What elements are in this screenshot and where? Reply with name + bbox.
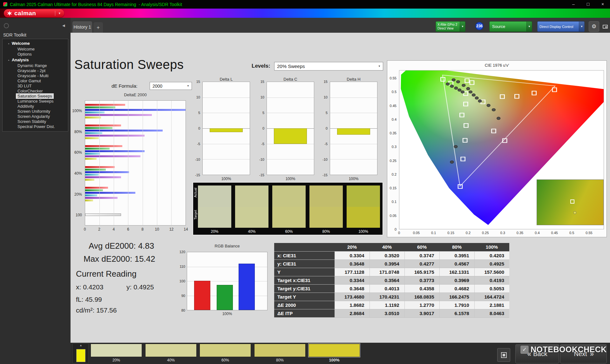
display-control-dropdown[interactable]: Direct Display Control ▼ xyxy=(537,21,585,32)
pattern-window-button[interactable] xyxy=(497,348,510,362)
target-swatch xyxy=(198,207,231,228)
row-value: 0.3773 xyxy=(404,276,439,284)
chevron-down-icon[interactable]: ▼ xyxy=(55,11,61,16)
cie-plot xyxy=(399,70,604,229)
row-label: y: CIE31 xyxy=(274,260,335,268)
sidebar-item-saturation-sweeps[interactable]: Saturation Sweeps xyxy=(3,94,68,99)
deltae-bar-cyan xyxy=(85,194,97,196)
display-control-label: Direct Display Control xyxy=(538,25,573,29)
measured-point xyxy=(469,91,472,93)
delta-l-title: Delta L xyxy=(202,77,250,82)
maximize-button[interactable]: □ xyxy=(581,0,595,9)
sidebar-item-welcome[interactable]: Welcome xyxy=(3,47,68,52)
meter-info: X-Rite i1Pro 2 Direct View xyxy=(436,23,457,30)
delta-h-xlabel: 100% xyxy=(330,177,377,181)
row-value: 2.1881 xyxy=(474,301,509,309)
source-dropdown[interactable]: Source ▼ xyxy=(489,21,532,32)
sidebar-item-label: Screen Angularity xyxy=(16,114,51,119)
sidebar-collapse-icon[interactable]: ◀ xyxy=(62,24,65,28)
row-value: 1.1192 xyxy=(369,301,404,309)
deltae-ylabel: 100 xyxy=(71,205,84,226)
swatch-label: 40% xyxy=(235,228,268,235)
measured-point xyxy=(446,83,450,85)
deltae-bar-yellow xyxy=(85,179,94,181)
row-value: 0.4203 xyxy=(474,251,509,260)
levels-dropdown[interactable]: 20% Sweeps ▼ xyxy=(274,62,383,71)
sidebar-item-dynamic-range[interactable]: Dynamic Range xyxy=(3,63,68,68)
row-value: 0.3954 xyxy=(369,260,404,268)
patch-button-100[interactable]: 100% xyxy=(308,344,360,363)
current-y: y: 0.4925 xyxy=(126,283,154,291)
actual-swatch xyxy=(309,185,343,207)
measured-point xyxy=(450,85,454,88)
sidebar-item-colorchecker[interactable]: ColorChecker xyxy=(3,89,68,94)
window-title: Calman 2025 Calman Ultimate for Business… xyxy=(10,2,182,7)
tree-group-label: Analysis xyxy=(12,57,29,62)
minimize-button[interactable]: – xyxy=(566,0,581,9)
tab-label: History 1 xyxy=(73,24,91,30)
results-table: 20%40%60%80%100%x: CIE310.33040.35200.37… xyxy=(274,243,509,318)
tree-group-welcome[interactable]: ▲Welcome xyxy=(3,40,68,47)
measured-point xyxy=(461,91,464,93)
settings-button[interactable]: ⚙ xyxy=(589,21,599,32)
deltae-ylabel: 80% xyxy=(71,121,84,142)
sidebar-item-grayscale-multi[interactable]: Grayscale - Multi xyxy=(3,73,68,78)
delta_h-bar xyxy=(337,128,370,135)
sidebar-item-screen-uniformity[interactable]: Screen Uniformity xyxy=(3,109,68,114)
sidebar-item-3d-lut[interactable]: 3D LUT xyxy=(3,84,68,89)
sidebar-item-label: Luminance Sweeps xyxy=(16,99,55,104)
sidebar-menu-icon[interactable] xyxy=(4,23,9,28)
patch-button-60[interactable]: 60% xyxy=(200,344,251,363)
table-row-target-y: Target Y173.4680170.4231168.0835166.2475… xyxy=(274,293,509,301)
target-swatch xyxy=(272,207,306,228)
deltae-bar-magenta xyxy=(85,176,121,178)
patch-label: 20% xyxy=(91,357,142,363)
row-value: 0.4682 xyxy=(439,284,474,293)
chevron-down-icon: ▼ xyxy=(460,22,465,31)
measured-point xyxy=(458,89,461,91)
add-tab-button[interactable]: + xyxy=(93,22,103,33)
deltae-ylabel: 40% xyxy=(71,163,84,184)
patch-button-80[interactable]: 80% xyxy=(254,344,306,363)
sidebar-item-spectral-power-dist[interactable]: Spectral Power Dist. xyxy=(3,124,68,129)
sidebar-item-color-gamut[interactable]: Color Gamut xyxy=(3,78,68,84)
patch-button-40[interactable]: 40% xyxy=(145,344,197,363)
window-layout-button[interactable] xyxy=(601,22,609,31)
title-bar: Calman 2025 Calman Ultimate for Business… xyxy=(0,0,610,9)
measured-point xyxy=(478,100,482,103)
tree-group-analysis[interactable]: ▲Analysis xyxy=(3,57,68,63)
table-row-e-2000: ΔE 20001.86821.11921.27701.79102.1881 xyxy=(274,301,509,309)
exposure-badge[interactable]: 236 xyxy=(475,22,484,30)
close-button[interactable]: × xyxy=(595,0,610,9)
sidebar-item-label: Dynamic Range xyxy=(16,63,48,68)
strip-swatch-100: 100% xyxy=(347,185,380,235)
sidebar-item-label: Welcome xyxy=(16,47,36,51)
target-swatch xyxy=(347,207,380,228)
meter-dropdown[interactable]: X-Rite i1Pro 2 Direct View ▼ xyxy=(436,21,465,32)
patch-button-20[interactable]: 20% xyxy=(91,344,142,363)
sidebar-item-screen-stability[interactable]: Screen Stability xyxy=(3,119,68,124)
row-value: 0.5053 xyxy=(474,284,509,293)
table-row-y: Y177.1128171.0748165.9175162.1331157.560… xyxy=(274,268,509,276)
source-label: Source xyxy=(490,24,505,29)
deltae-ylabel: 100% xyxy=(71,100,84,121)
tab-history-1[interactable]: History 1 xyxy=(72,21,92,33)
de-formula-dropdown[interactable]: 2000 ▼ xyxy=(150,82,192,90)
measured-point xyxy=(454,87,458,90)
sidebar-item-options[interactable]: Options xyxy=(3,52,68,57)
watermark-text: NOTEBOOKCHECK xyxy=(531,345,607,354)
deltae-bar-blue xyxy=(85,130,163,131)
measured-point xyxy=(475,97,478,99)
calman-menu-button[interactable]: calman ▼ xyxy=(4,9,64,17)
delta_h-plot xyxy=(330,82,377,175)
swatch-label: 80% xyxy=(309,228,343,235)
sidebar-item-screen-angularity[interactable]: Screen Angularity xyxy=(3,114,68,119)
sidebar-item-additivity[interactable]: Additivity xyxy=(3,104,68,109)
app-icon xyxy=(3,2,7,6)
caret-icon: ▲ xyxy=(8,57,10,63)
sidebar-item-luminance-sweeps[interactable]: Luminance Sweeps xyxy=(3,99,68,104)
levels-label: Levels: xyxy=(252,63,270,69)
sidebar-item-grayscale-2pt[interactable]: Grayscale - 2pt xyxy=(3,68,68,73)
deltae-bar-magenta xyxy=(85,135,145,137)
de-formula-label: dE Formula: xyxy=(112,83,138,89)
